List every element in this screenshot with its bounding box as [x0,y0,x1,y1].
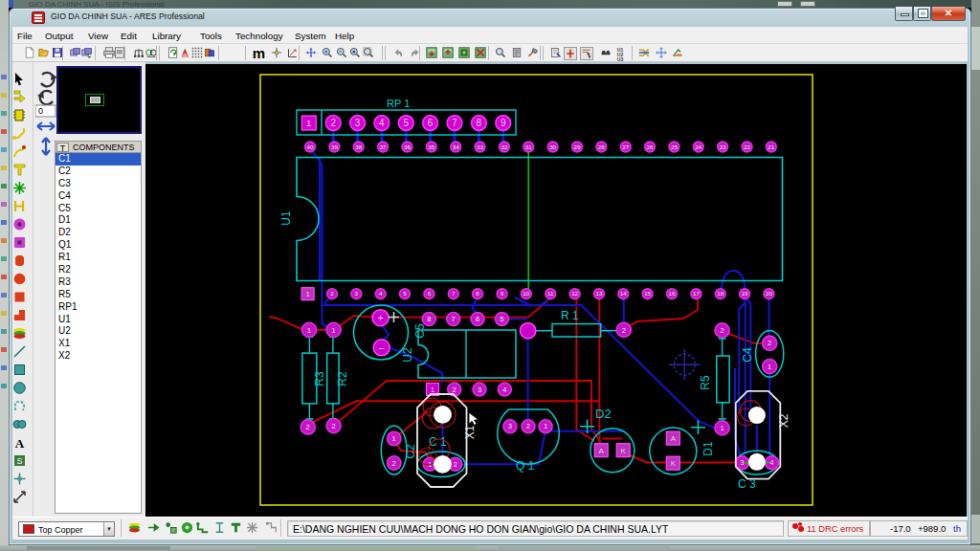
svg-text:D1: D1 [702,441,715,456]
svg-text:R 1: R 1 [561,309,579,322]
svg-text:39: 39 [331,143,338,150]
svg-text:34: 34 [453,143,459,150]
svg-text:R3: R3 [313,371,326,386]
svg-text:12: 12 [571,290,578,297]
svg-text:35: 35 [428,143,434,150]
svg-text:7: 7 [452,290,456,297]
svg-text:RP 1: RP 1 [387,98,410,109]
svg-text:X2: X2 [777,413,791,428]
svg-text:8: 8 [476,290,479,297]
svg-text:16: 16 [669,290,676,297]
svg-text:3: 3 [740,459,744,466]
svg-text:29: 29 [574,143,581,150]
svg-text:R5: R5 [699,375,712,390]
svg-text:33: 33 [477,143,483,150]
svg-text:27: 27 [622,143,629,150]
svg-text:14: 14 [620,290,627,297]
svg-text:22: 22 [744,143,750,150]
svg-text:0: 0 [38,106,43,116]
svg-text:2: 2 [330,118,336,128]
svg-text:5: 5 [403,290,407,297]
svg-text:1: 1 [392,434,396,443]
svg-text:37: 37 [380,143,387,150]
svg-text:A: A [15,436,25,451]
svg-text:3: 3 [355,118,361,128]
svg-text:28: 28 [598,143,605,150]
svg-text:17: 17 [693,290,700,297]
svg-text:23: 23 [720,143,726,150]
svg-text:9: 9 [501,290,504,297]
svg-text:21: 21 [768,143,774,150]
svg-text:1: 1 [544,423,547,430]
svg-text:13: 13 [595,290,602,297]
svg-text:5: 5 [404,118,410,128]
svg-text:3: 3 [478,386,481,394]
svg-text:C2: C2 [404,444,417,459]
svg-text:19: 19 [742,290,748,297]
svg-text:9: 9 [501,118,506,128]
svg-text:15: 15 [644,290,651,297]
svg-text:30: 30 [549,143,556,150]
svg-text:7: 7 [452,118,457,128]
svg-text:4: 4 [502,386,506,394]
svg-text:8: 8 [477,118,482,128]
svg-text:K: K [671,459,677,468]
svg-text:1: 1 [306,119,311,128]
svg-text:40: 40 [307,143,314,150]
svg-text:4: 4 [379,290,383,297]
svg-text:2: 2 [332,422,336,430]
svg-text:10: 10 [523,290,529,297]
svg-text:1: 1 [306,291,310,298]
svg-text:4: 4 [770,459,774,466]
svg-text:D2: D2 [595,407,612,421]
svg-text:8: 8 [427,315,431,323]
svg-text:32: 32 [501,143,507,150]
svg-text:18: 18 [717,290,724,297]
svg-text:C4: C4 [741,347,754,363]
svg-text:4: 4 [379,118,385,128]
svg-text:5: 5 [500,315,503,323]
svg-text:S: S [16,456,22,466]
svg-text:24: 24 [695,143,702,150]
svg-text:2: 2 [768,339,771,347]
svg-text:7: 7 [452,315,456,323]
svg-text:1: 1 [768,363,771,371]
svg-text:6: 6 [476,315,479,323]
svg-text:X1: X1 [463,425,477,439]
svg-text:2: 2 [392,459,396,468]
svg-text:C 3: C 3 [738,477,756,491]
svg-text:2: 2 [330,290,334,297]
svg-text:–: – [379,342,385,353]
svg-text:2: 2 [454,461,457,468]
svg-text:A: A [599,447,605,455]
svg-text:20: 20 [766,290,772,297]
svg-text:K: K [621,447,627,455]
svg-text:6: 6 [428,118,434,128]
svg-text:3: 3 [355,290,359,297]
svg-text:26: 26 [647,143,654,150]
svg-text:11: 11 [547,290,554,297]
svg-text:+: + [378,313,384,323]
svg-text:3: 3 [508,423,512,430]
svg-text:6: 6 [428,290,432,297]
svg-text:1: 1 [307,326,311,335]
svg-text:2: 2 [622,326,626,335]
svg-text:1: 1 [721,424,724,432]
svg-text:C5: C5 [413,323,427,339]
svg-text:1: 1 [431,386,434,393]
svg-text:1: 1 [332,326,336,335]
svg-text:36: 36 [404,143,411,150]
svg-text:2: 2 [721,326,724,335]
svg-text:2: 2 [453,386,457,394]
svg-text:R2: R2 [336,371,349,386]
svg-text:A: A [671,434,677,443]
svg-text:2: 2 [526,423,530,430]
svg-text:38: 38 [355,143,362,150]
svg-text:31: 31 [525,143,532,150]
svg-text:U1: U1 [279,210,293,226]
svg-text:25: 25 [671,143,678,150]
svg-text:Q 1: Q 1 [516,459,535,473]
svg-text:2: 2 [306,423,310,431]
